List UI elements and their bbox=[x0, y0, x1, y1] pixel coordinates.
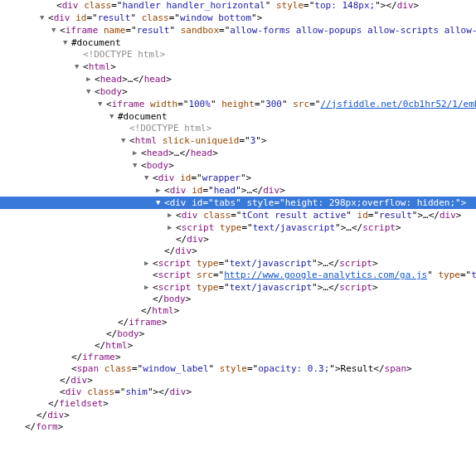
dom-node[interactable]: ▼#document bbox=[0, 110, 476, 123]
dom-node[interactable]: ▼<html> bbox=[0, 61, 476, 73]
dom-node[interactable]: ▶<head>…</head> bbox=[0, 147, 476, 159]
dom-node[interactable]: </body> bbox=[0, 294, 476, 305]
ga-link[interactable]: http://www.google-analytics.com/ga.js bbox=[224, 270, 427, 280]
collapse-arrow[interactable]: ▶ bbox=[86, 73, 95, 85]
dom-node[interactable]: ▼<iframe name="result" sandbox="allow-fo… bbox=[0, 24, 476, 36]
tag-line: <div class="handler handler_horizontal" … bbox=[56, 0, 419, 11]
dom-node[interactable]: ▶<script type="text/javascript">…</scrip… bbox=[0, 257, 476, 270]
dom-node[interactable]: ▼<body> bbox=[0, 159, 476, 172]
expand-arrow[interactable]: ▼ bbox=[133, 159, 141, 171]
expand-arrow[interactable]: ▼ bbox=[144, 172, 153, 183]
dom-node[interactable]: ▶<script type="text/javascript">…</scrip… bbox=[0, 221, 476, 234]
dom-node[interactable]: <div class="handler handler_horizontal" … bbox=[0, 0, 476, 12]
dom-node[interactable]: </form> bbox=[0, 421, 476, 433]
dom-node[interactable]: <!DOCTYPE html> bbox=[0, 123, 476, 134]
dom-node[interactable]: </iframe> bbox=[0, 352, 476, 363]
expand-arrow[interactable]: ▼ bbox=[51, 24, 60, 36]
collapse-arrow[interactable]: ▶ bbox=[168, 221, 176, 233]
dom-node[interactable]: ▼<body> bbox=[0, 85, 476, 98]
collapse-arrow[interactable]: ▶ bbox=[133, 147, 141, 158]
dom-tree: <div class="handler handler_horizontal" … bbox=[0, 0, 476, 433]
dom-node[interactable]: </body> bbox=[0, 328, 476, 340]
dom-node[interactable]: </div> bbox=[0, 410, 476, 421]
expand-arrow[interactable]: ▼ bbox=[86, 85, 95, 97]
dom-node[interactable]: ▶<head>…</head> bbox=[0, 73, 476, 85]
expand-arrow[interactable]: ▼ bbox=[156, 197, 164, 208]
expand-arrow[interactable]: ▼ bbox=[98, 98, 106, 109]
collapse-arrow[interactable]: ▶ bbox=[156, 184, 164, 196]
dom-node[interactable]: </div> bbox=[0, 234, 476, 245]
dom-node[interactable]: </div> bbox=[0, 375, 476, 386]
dom-node[interactable]: ▼<div id="result" class="window bottom"> bbox=[0, 12, 476, 24]
dom-node[interactable]: <script src="http://www.google-analytics… bbox=[0, 270, 476, 281]
dom-node[interactable]: ▶<script type="text/javascript">…</scrip… bbox=[0, 281, 476, 294]
expand-arrow[interactable]: ▼ bbox=[109, 110, 118, 122]
dom-node[interactable]: ▶<div class="tCont result active" id="re… bbox=[0, 209, 476, 221]
dom-node-selected[interactable]: ▼<div id="tabs" style="height: 298px;ove… bbox=[0, 197, 476, 209]
dom-node[interactable]: </div> bbox=[0, 245, 476, 257]
dom-node[interactable]: ▼<iframe width="100%" height="300" src="… bbox=[0, 98, 476, 110]
dom-node[interactable]: </iframe> bbox=[0, 317, 476, 328]
expand-arrow[interactable]: ▼ bbox=[75, 61, 83, 72]
expand-arrow[interactable]: ▼ bbox=[121, 134, 129, 146]
expand-arrow[interactable]: ▼ bbox=[40, 12, 48, 23]
collapse-arrow[interactable]: ▶ bbox=[144, 281, 153, 293]
dom-node[interactable]: <div class="shim"></div> bbox=[0, 386, 476, 398]
dom-node[interactable]: ▶<div id="head">…</div> bbox=[0, 184, 476, 197]
dom-node[interactable]: </fieldset> bbox=[0, 398, 476, 410]
expand-arrow[interactable]: ▼ bbox=[63, 36, 71, 48]
dom-node[interactable]: <span class="window_label" style="opacit… bbox=[0, 363, 476, 375]
dom-node[interactable]: ▼<div id="wrapper"> bbox=[0, 172, 476, 184]
collapse-arrow[interactable]: ▶ bbox=[144, 257, 153, 269]
dom-node[interactable]: ▼#document bbox=[0, 36, 476, 49]
collapse-arrow[interactable]: ▶ bbox=[168, 209, 176, 221]
dom-node[interactable]: </html> bbox=[0, 305, 476, 317]
dom-node[interactable]: ▼<html slick-uniqueid="3"> bbox=[0, 134, 476, 147]
dom-node[interactable]: </html> bbox=[0, 340, 476, 352]
dom-node[interactable]: <!DOCTYPE html> bbox=[0, 49, 476, 61]
